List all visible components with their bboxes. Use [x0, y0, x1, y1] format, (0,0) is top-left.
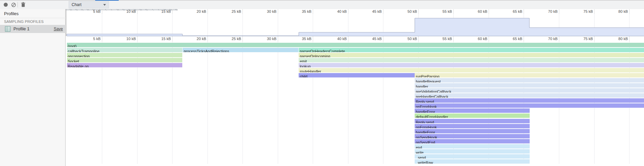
flame-bar-onErrorHook[interactable]: onErrorHook: [415, 103, 644, 108]
flame-bar-parserOnIncoming[interactable]: parserOnIncoming: [299, 53, 644, 57]
flame-bar-handleRequest[interactable]: handleRequest: [415, 78, 644, 82]
flame-bar-emit[interactable]: emit: [299, 58, 644, 62]
flame-bar-Socket[interactable]: Socket: [67, 58, 183, 62]
flame-bar-label: Reply.send: [415, 100, 434, 103]
top-ruler-label: 45 kB: [362, 9, 382, 13]
clear-button[interactable]: [9, 1, 17, 8]
flame-bar-onSendEnd[interactable]: onSendEnd: [415, 139, 530, 143]
flame-bar-routeHandler[interactable]: routeHandler: [299, 68, 644, 72]
top-ruler-label: 10 kB: [116, 9, 136, 13]
flame-bar-handleError[interactable]: handleError: [415, 129, 530, 133]
flame-bar-end[interactable]: end: [415, 144, 530, 148]
flame-bar-label: preValidationCallback: [415, 90, 451, 93]
top-ruler-label: 35 kB: [292, 9, 311, 13]
ruler-tick: [489, 9, 489, 14]
sampling-profiles-section-label: SAMPLING PROFILES: [4, 20, 44, 24]
profile-item[interactable]: Profile 1 Save: [0, 25, 66, 33]
ruler-tick: [383, 9, 383, 14]
flame-bar-label: _send: [415, 156, 426, 159]
ruler-tick: [418, 36, 419, 41]
ruler-tick: [207, 36, 208, 41]
gridline: [348, 9, 348, 164]
flame-bar-root[interactable]: (root): [67, 43, 644, 47]
flame-bar-callbackTrampoline[interactable]: callbackTrampoline: [67, 48, 183, 52]
flame-bar-onconnection[interactable]: onconnection: [67, 53, 183, 57]
flame-bar-lookup[interactable]: lookup: [299, 63, 644, 67]
ruler-tick: [594, 36, 595, 41]
gridline: [278, 9, 278, 164]
flame-bar-label: parserOnIncoming: [299, 54, 330, 57]
flame-bar-label: end: [415, 145, 422, 148]
flame-bar-write_[interactable]: write_: [415, 149, 530, 154]
flame-bar-onErrorHook[interactable]: onErrorHook: [415, 124, 530, 128]
record-button[interactable]: [2, 1, 10, 8]
bottom-ruler-label: 60 kB: [468, 37, 487, 41]
profiler-toolbar: Chart: [0, 1, 644, 9]
top-ruler-label: 5 kB: [81, 9, 101, 13]
flame-bar-defaultErrorHandler[interactable]: defaultErrorHandler: [415, 113, 530, 118]
ruler-tick: [313, 36, 313, 41]
flame-bar-label: emit: [299, 59, 307, 62]
flame-bar-processTicksAndRejections[interactable]: processTicksAndRejections: [183, 48, 298, 52]
flame-bar-_writeRaw[interactable]: _writeRaw: [415, 159, 530, 164]
top-ruler-label: 65 kB: [503, 9, 522, 13]
save-profile-link[interactable]: Save: [54, 27, 63, 31]
flame-bar-label: onErrorHook: [415, 105, 437, 108]
ruler-tick: [102, 9, 102, 14]
flame-bar-Reply.send[interactable]: Reply.send: [415, 119, 530, 123]
flame-bar-_send[interactable]: _send: [415, 154, 530, 159]
bottom-ruler-label: 75 kB: [573, 37, 593, 41]
chart-view-select[interactable]: Chart: [69, 1, 109, 8]
flame-bar-child[interactable]: child: [299, 73, 415, 77]
flame-bar-onSendHook[interactable]: onSendHook: [415, 134, 530, 138]
ruler-tick: [313, 9, 313, 14]
top-ruler-label: 50 kB: [397, 9, 417, 13]
ruler-tick: [418, 9, 419, 14]
top-ruler-label: 40 kB: [327, 9, 347, 13]
flame-bar-label: Socket: [67, 59, 79, 62]
block-icon: [11, 2, 16, 7]
flame-bar-label: onErrorHook: [415, 125, 437, 128]
heap-profile-icon: [5, 26, 11, 32]
bottom-ruler-label: 20 kB: [187, 37, 206, 41]
bottom-ruler-label: 40 kB: [327, 37, 347, 41]
flame-bar-Readable.on[interactable]: Readable.on: [67, 63, 183, 67]
ruler-tick: [172, 9, 173, 14]
flame-bar-handleError[interactable]: handleError: [415, 108, 530, 113]
bottom-ruler-label: 50 kB: [397, 37, 417, 41]
ruler-tick: [559, 9, 559, 14]
ruler-tick: [629, 36, 630, 41]
bottom-ruler-label: 55 kB: [432, 37, 452, 41]
flame-bar-label: processTicksAndRejections: [183, 49, 229, 52]
ruler-tick: [629, 9, 630, 14]
bottom-ruler-label: 30 kB: [257, 37, 276, 41]
bottom-ruler-label: 65 kB: [503, 37, 522, 41]
flame-bar-preValidationCallback[interactable]: preValidationCallback: [415, 88, 644, 93]
trash-icon: [21, 2, 26, 7]
top-ruler-label: 70 kB: [538, 9, 558, 13]
flame-bar-label: handler: [415, 85, 428, 88]
ruler-tick: [102, 36, 102, 41]
ruler-tick: [278, 36, 278, 41]
flame-bar-Reply.send[interactable]: Reply.send: [415, 98, 644, 103]
sidebar-title: Profiles: [4, 11, 18, 16]
flame-bar-handler[interactable]: handler: [415, 83, 644, 88]
ruler-tick: [524, 36, 524, 41]
flame-bar-label: handleRequest: [415, 79, 441, 82]
bottom-ruler-label: 5 kB: [81, 37, 101, 41]
delete-profile-button[interactable]: [19, 1, 27, 8]
flame-bar-label: _writeRaw: [415, 161, 433, 164]
sidebar-divider: [0, 18, 66, 18]
flame-bar-label: handleError: [415, 110, 435, 113]
top-ruler-label: 30 kB: [257, 9, 276, 13]
flame-bar-runPreParsing[interactable]: runPreParsing: [415, 73, 644, 77]
pane-left-edge: [66, 9, 66, 36]
top-ruler-label: 75 kB: [573, 9, 593, 13]
bottom-ruler-label: 25 kB: [222, 37, 241, 41]
gridline: [172, 9, 173, 164]
flame-bar-preHandlerCallback[interactable]: preHandlerCallback: [415, 93, 644, 98]
flame-bar-parserOnHeadersComplete[interactable]: parserOnHeadersComplete: [299, 48, 644, 52]
top-ruler-label: 55 kB: [432, 9, 452, 13]
gridline: [383, 9, 383, 164]
gridline: [242, 9, 243, 164]
